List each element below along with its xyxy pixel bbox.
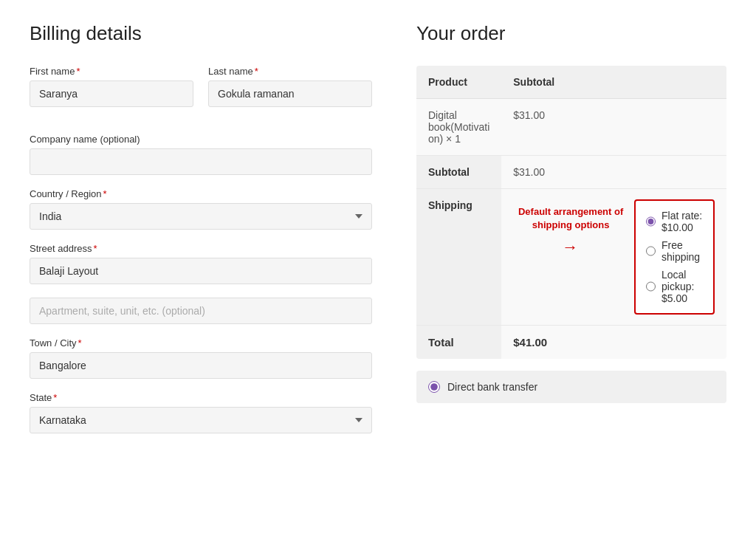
product-price-cell: $31.00 [501, 99, 726, 156]
last-name-group: Last name* [208, 66, 372, 107]
shipping-label-cell: Shipping [416, 189, 501, 326]
required-star-6: * [53, 392, 57, 403]
payment-section: Direct bank transfer [416, 371, 726, 403]
required-star: * [76, 66, 80, 77]
annotation-text: Default arrangement of shipping options [513, 199, 628, 232]
street-label: Street address* [30, 243, 372, 254]
last-name-input[interactable] [208, 80, 372, 107]
order-title: Your order [416, 22, 726, 45]
company-input[interactable] [30, 148, 372, 175]
state-label: State* [30, 392, 372, 403]
shipping-radio-flat[interactable] [646, 216, 656, 227]
last-name-label: Last name* [208, 66, 372, 77]
company-label: Company name (optional) [30, 134, 372, 145]
street-group: Street address* [30, 243, 372, 284]
shipping-annotation-container: Default arrangement of shipping options … [513, 199, 715, 315]
country-group: Country / Region* India [30, 188, 372, 230]
shipping-options-box: Flat rate: $10.00 Free shipping Local pi… [634, 199, 715, 315]
shipping-options-cell: Default arrangement of shipping options … [501, 189, 726, 326]
total-row: Total $41.00 [416, 326, 726, 360]
company-group: Company name (optional) [30, 134, 372, 175]
product-row: Digitalbook(Motivation) × 1 $31.00 [416, 99, 726, 156]
subtotal-label-cell: Subtotal [416, 156, 501, 189]
total-value-cell: $41.00 [501, 326, 726, 360]
city-group: Town / City* [30, 337, 372, 379]
product-name-cell: Digitalbook(Motivation) × 1 [416, 99, 501, 156]
required-star-3: * [103, 188, 107, 199]
state-group: State* Karnataka [30, 392, 372, 433]
required-star-5: * [78, 337, 82, 349]
apt-group [30, 298, 372, 324]
shipping-option-local: Local pickup:$5.00 [646, 269, 703, 304]
shipping-radio-local[interactable] [646, 281, 656, 292]
shipping-option-flat: Flat rate: $10.00 [646, 210, 703, 233]
billing-section: Billing details First name* Last name* C… [30, 22, 372, 447]
col-product-header: Product [416, 66, 501, 99]
order-section: Your order Product Subtotal Digitalbook(… [416, 22, 726, 403]
required-star-2: * [255, 66, 258, 77]
subtotal-value-cell: $31.00 [501, 156, 726, 189]
shipping-local-label: Local pickup:$5.00 [662, 269, 703, 304]
shipping-row: Shipping Default arrangement of shipping… [416, 189, 726, 326]
order-table: Product Subtotal Digitalbook(Motivation)… [416, 66, 726, 359]
annotation-arrow-icon: → [562, 232, 578, 257]
country-select[interactable]: India [30, 203, 372, 230]
first-name-group: First name* [30, 66, 193, 107]
subtotal-row: Subtotal $31.00 [416, 156, 726, 189]
shipping-flat-label: Flat rate: $10.00 [662, 210, 703, 233]
first-name-input[interactable] [30, 80, 193, 107]
shipping-radio-free[interactable] [646, 246, 656, 256]
state-select[interactable]: Karnataka [30, 407, 372, 433]
required-star-4: * [94, 243, 97, 254]
apt-input[interactable] [30, 298, 372, 324]
col-subtotal-header: Subtotal [501, 66, 726, 99]
first-name-label: First name* [30, 66, 193, 77]
payment-radio-bank[interactable] [428, 381, 440, 393]
total-label-cell: Total [416, 326, 501, 360]
shipping-free-label: Free shipping [662, 239, 703, 263]
shipping-option-free: Free shipping [646, 239, 703, 263]
payment-bank-label: Direct bank transfer [447, 381, 537, 393]
billing-title: Billing details [30, 22, 372, 45]
street-input[interactable] [30, 258, 372, 284]
country-label: Country / Region* [30, 188, 372, 199]
city-label: Town / City* [30, 337, 372, 349]
city-input[interactable] [30, 352, 372, 379]
